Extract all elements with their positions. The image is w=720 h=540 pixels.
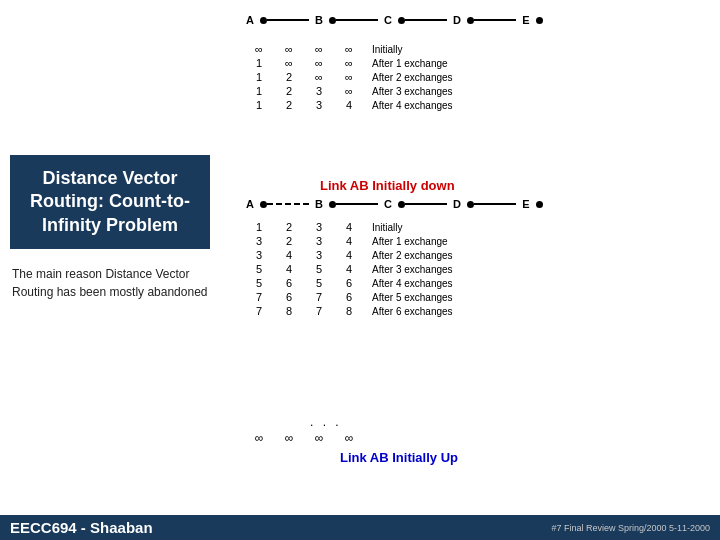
bot-cell-a-1: 3 [244, 234, 274, 248]
inf-row: ∞ ∞ ∞ ∞ [244, 430, 364, 446]
bot-label-0: Initially [364, 220, 459, 234]
bot-cell-d-6: 8 [334, 304, 364, 318]
top-label-4: After 4 exchanges [364, 98, 459, 112]
bottom-table-row: 3234After 1 exchange [244, 234, 459, 248]
bot-label-3: After 3 exchanges [364, 262, 459, 276]
top-table-row: ∞∞∞∞Initially [244, 42, 459, 56]
top-cell-b-0: ∞ [274, 42, 304, 56]
bot-label-2: After 2 exchanges [364, 248, 459, 262]
bot-line-cd [405, 203, 447, 205]
top-distance-table: ∞∞∞∞Initially1∞∞∞After 1 exchange12∞∞Aft… [244, 42, 459, 112]
bot-line-de [474, 203, 516, 205]
bot-cell-c-5: 7 [304, 290, 334, 304]
broken-line-ab [267, 203, 309, 205]
footer-title: EECC694 - Shaaban [10, 519, 153, 536]
bot-cell-c-6: 7 [304, 304, 334, 318]
bot-node-b-dot [329, 201, 336, 208]
top-cell-c-3: 3 [304, 84, 334, 98]
bot-cell-a-5: 7 [244, 290, 274, 304]
bot-cell-b-3: 4 [274, 262, 304, 276]
bot-node-c-dot [398, 201, 405, 208]
top-label-2: After 2 exchanges [364, 70, 459, 84]
bottom-table-row: 7676After 5 exchanges [244, 290, 459, 304]
left-panel: Distance Vector Routing: Count-to-Infini… [10, 155, 210, 305]
top-cell-a-2: 1 [244, 70, 274, 84]
top-cell-d-4: 4 [334, 98, 364, 112]
slide-title: Distance Vector Routing: Count-to-Infini… [10, 155, 210, 249]
bottom-table-row: 7878After 6 exchanges [244, 304, 459, 318]
footer-subtitle: #7 Final Review Spring/2000 5-11-2000 [551, 523, 710, 533]
bot-node-c-label: C [378, 198, 398, 210]
top-label-3: After 3 exchanges [364, 84, 459, 98]
top-cell-d-2: ∞ [334, 70, 364, 84]
top-cell-b-2: 2 [274, 70, 304, 84]
link-ab-down-title: Link AB Initially down [320, 178, 455, 193]
top-label-1: After 1 exchange [364, 56, 459, 70]
node-e-label: E [516, 14, 536, 26]
bot-node-d-dot [467, 201, 474, 208]
bot-cell-a-2: 3 [244, 248, 274, 262]
bottom-distance-table: 1234Initially3234After 1 exchange3434Aft… [244, 220, 459, 318]
top-cell-c-1: ∞ [304, 56, 334, 70]
top-cell-b-3: 2 [274, 84, 304, 98]
bot-label-6: After 6 exchanges [364, 304, 459, 318]
top-cell-c-2: ∞ [304, 70, 334, 84]
node-b-label: B [309, 14, 329, 26]
top-table-row: 1∞∞∞After 1 exchange [244, 56, 459, 70]
bot-cell-d-2: 4 [334, 248, 364, 262]
line-de [474, 19, 516, 21]
top-cell-d-3: ∞ [334, 84, 364, 98]
bot-line-bc [336, 203, 378, 205]
line-cd [405, 19, 447, 21]
slide-container: Distance Vector Routing: Count-to-Infini… [0, 0, 720, 540]
bottom-table-row: 3434After 2 exchanges [244, 248, 459, 262]
node-c-label: C [378, 14, 398, 26]
top-cell-a-4: 1 [244, 98, 274, 112]
bot-node-e-label: E [516, 198, 536, 210]
top-cell-d-1: ∞ [334, 56, 364, 70]
bot-cell-b-6: 8 [274, 304, 304, 318]
node-e-dot [536, 17, 543, 24]
top-table-row: 1234After 4 exchanges [244, 98, 459, 112]
node-b-dot [329, 17, 336, 24]
bot-cell-b-0: 2 [274, 220, 304, 234]
bot-cell-c-2: 3 [304, 248, 334, 262]
top-cell-a-0: ∞ [244, 42, 274, 56]
bot-node-a-dot [260, 201, 267, 208]
line-bc [336, 19, 378, 21]
bottom-node-diagram: A B C D E [240, 198, 543, 210]
bot-cell-b-5: 6 [274, 290, 304, 304]
bottom-table-row: 1234Initially [244, 220, 459, 234]
top-cell-c-4: 3 [304, 98, 334, 112]
bottom-table-row: 5454After 3 exchanges [244, 262, 459, 276]
bot-cell-a-3: 5 [244, 262, 274, 276]
top-cell-b-4: 2 [274, 98, 304, 112]
bot-cell-c-0: 3 [304, 220, 334, 234]
top-table-row: 123∞After 3 exchanges [244, 84, 459, 98]
bot-cell-d-5: 6 [334, 290, 364, 304]
node-c-dot [398, 17, 405, 24]
bot-cell-b-2: 4 [274, 248, 304, 262]
bot-cell-d-0: 4 [334, 220, 364, 234]
bot-label-4: After 4 exchanges [364, 276, 459, 290]
ellipsis: . . . [310, 415, 342, 429]
top-table-row: 12∞∞After 2 exchanges [244, 70, 459, 84]
bot-node-a-label: A [240, 198, 260, 210]
bot-label-5: After 5 exchanges [364, 290, 459, 304]
bot-cell-d-1: 4 [334, 234, 364, 248]
bot-cell-d-4: 6 [334, 276, 364, 290]
bottom-table-row: 5656After 4 exchanges [244, 276, 459, 290]
bot-cell-a-4: 5 [244, 276, 274, 290]
top-label-0: Initially [364, 42, 459, 56]
bot-cell-a-6: 7 [244, 304, 274, 318]
footer-bar: EECC694 - Shaaban #7 Final Review Spring… [0, 515, 720, 540]
node-a-label: A [240, 14, 260, 26]
bot-cell-b-1: 2 [274, 234, 304, 248]
top-cell-a-1: 1 [244, 56, 274, 70]
bot-node-b-label: B [309, 198, 329, 210]
top-cell-c-0: ∞ [304, 42, 334, 56]
bot-cell-c-3: 5 [304, 262, 334, 276]
bot-cell-c-4: 5 [304, 276, 334, 290]
top-cell-a-3: 1 [244, 84, 274, 98]
bot-label-1: After 1 exchange [364, 234, 459, 248]
